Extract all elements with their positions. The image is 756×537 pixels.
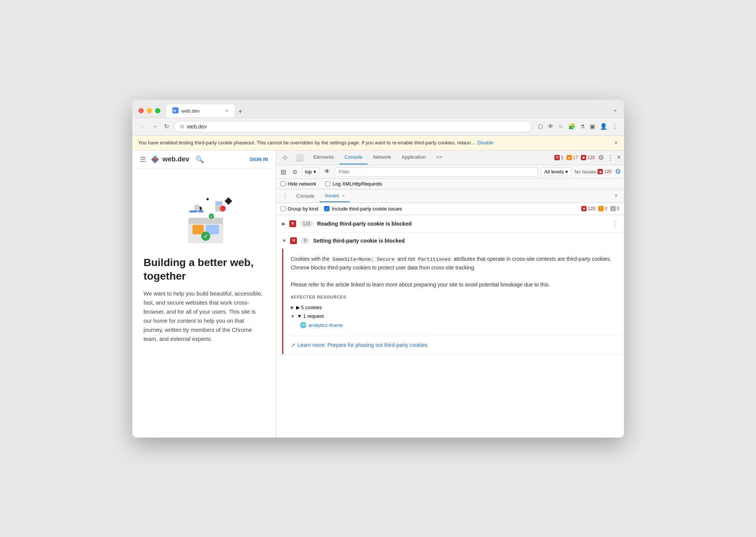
main-area: ☰ web.dev 🔍 SIGN IN [132,150,624,438]
issue-count-reading: 115 [300,220,314,227]
website-panel: ☰ web.dev 🔍 SIGN IN [132,150,276,438]
issues-tab-close-icon[interactable]: × [342,193,345,198]
traffic-lights [138,108,160,113]
issue-expand-icon-2[interactable]: ▼ [282,238,287,243]
site-logo-text: web.dev [163,155,189,163]
include-third-party-label[interactable]: ✓ Include third-party cookie issues [324,206,402,212]
include-third-party-checked-icon: ✓ [324,206,329,211]
issue-row-reading[interactable]: ▶ ✕ 115 Reading third-party cookie is bl… [276,215,624,233]
console-settings-icon[interactable]: ⚙ [615,167,621,176]
minimize-window-button[interactable] [147,108,152,113]
frame-label: top [305,169,312,175]
site-signin-button[interactable]: SIGN IN [250,156,268,162]
tab-favicon-icon: w [172,107,179,115]
filter-input[interactable] [335,167,538,176]
info-bar-link[interactable]: Disable [477,140,494,145]
no-issues-badge: No Issues ■ 120 [574,169,612,175]
back-button[interactable]: ← [138,122,147,132]
tab-issues[interactable]: Issues × [320,190,350,202]
tab-console[interactable]: Console [339,150,368,164]
ar-cookies-expand-icon[interactable]: ▶ [291,305,294,310]
chevron-down-icon: ⌄ [612,105,618,113]
browser-tab[interactable]: w web.dev × [166,104,234,118]
svg-point-18 [222,207,225,209]
sidebar-toggle-icon[interactable]: ▤ [279,167,288,177]
devtools-settings-icon[interactable]: ⚙ [598,153,604,162]
learn-more-section: ↗ Learn more: Prepare for phasing out th… [283,336,624,354]
tab-network[interactable]: Network [368,150,396,164]
info-bar-close-button[interactable]: × [614,139,618,146]
frame-selector[interactable]: top ▾ [302,167,320,176]
svg-rect-24 [189,210,197,212]
ar-request-expand-icon[interactable]: ▼ [291,314,295,319]
tab-more[interactable]: >> [431,150,447,164]
new-tab-button[interactable]: + [235,106,246,118]
address-scheme-icon: ⊙ [180,124,184,129]
issue-header-reading: ▶ ✕ 115 Reading third-party cookie is bl… [276,215,624,232]
reload-button[interactable]: ↻ [163,121,171,132]
devtools-close-button[interactable]: × [617,153,621,161]
split-icon[interactable]: ▣ [590,123,595,130]
hide-network-checkbox[interactable] [281,181,286,186]
cast-icon[interactable]: ⬡ [538,123,543,130]
maximize-window-button[interactable] [155,108,160,113]
issue-expanded-setting: Cookies with the SameSite=None; Secure a… [282,249,624,354]
affected-resources-title: AFFECTED RESOURCES [291,295,616,299]
svg-rect-14 [216,202,222,205]
group-by-kind-label[interactable]: Group by kind [281,206,318,212]
hide-network-checkbox-label[interactable]: Hide network [281,181,317,187]
group-by-kind-checkbox[interactable] [281,206,286,211]
levels-selector[interactable]: All levels ▾ [541,167,571,176]
log-xhr-checkbox[interactable] [325,181,330,186]
site-heading: Building a better web, together [144,256,264,283]
tab-bar-end: ⌄ [612,105,618,116]
ar-request-link[interactable]: 🌐 analytics-iframe [291,320,616,330]
issues-warning-badge: ! 0 [598,206,607,211]
clear-console-icon[interactable]: ⊘ [291,167,299,177]
issue-header-setting[interactable]: ▼ ✕ 5 Setting third-party cookie is bloc… [276,233,624,249]
hamburger-menu-icon[interactable]: ☰ [140,155,146,164]
ar-request-item[interactable]: ▼ ▼ 1 request [291,312,616,320]
issue-count-setting: 5 [301,237,309,244]
close-window-button[interactable] [138,108,144,113]
devtools-icon[interactable]: ⚗ [580,124,585,130]
learn-more-link[interactable]: ↗ Learn more: Prepare for phasing out th… [291,342,616,348]
tab-application[interactable]: Application [396,150,431,164]
devtools-more-icon[interactable]: ⋮ [607,153,614,162]
warning-badge[interactable]: ▲ 17 [567,155,578,160]
forward-button[interactable]: → [151,122,160,132]
tab-console-inner[interactable]: Console [291,190,320,202]
include-third-party-text: Include third-party cookie issues [332,206,402,212]
info-badge[interactable]: ■ 120 [581,155,595,160]
frame-dropdown-icon: ▾ [314,169,316,175]
devtools-panel: ⊹ ⬜ Elements Console Network Application [276,150,624,438]
external-link-icon: ↗ [291,342,295,348]
menu-icon[interactable]: ⋮ [612,123,618,130]
inner-close-button[interactable]: × [611,189,621,202]
tab-elements[interactable]: Elements [308,150,339,164]
profile-icon[interactable]: 👤 [600,123,607,130]
hide-icon[interactable]: 👁 [548,123,554,130]
levels-dropdown-icon: ▾ [565,169,568,175]
site-search-icon[interactable]: 🔍 [196,155,204,164]
svg-rect-25 [198,210,203,212]
ar-cookies-text: ▶ 5 cookies [296,305,322,310]
svg-marker-22 [225,197,232,205]
error-badge[interactable]: ✕ 1 [554,155,564,160]
info-bar: You have enabled testing third-party coo… [132,136,624,150]
address-input[interactable]: ⊙ web.dev [174,121,532,132]
log-xhr-checkbox-label[interactable]: Log XMLHttpRequests [325,181,382,187]
issue-expand-icon[interactable]: ▶ [282,221,286,226]
live-expressions-icon[interactable]: 👁 [323,167,332,176]
device-toggle-icon[interactable]: ⬜ [292,150,307,165]
browser-window: w web.dev × + ⌄ ← → ↻ ⊙ web.dev ⬡ 👁 ☆ 🧩 … [132,100,624,438]
inspect-element-icon[interactable]: ⊹ [279,150,291,165]
ar-cookies-item[interactable]: ▶ ▶ 5 cookies [291,303,616,312]
tab-close-button[interactable]: × [225,108,228,114]
issue-more-icon[interactable]: ⋮ [611,220,618,228]
star-icon[interactable]: ☆ [558,123,564,130]
svg-point-5 [154,157,156,159]
address-text: web.dev [187,124,207,130]
extension-icon[interactable]: 🧩 [568,123,576,130]
inner-tab-menu-icon[interactable]: ⋮ [279,189,291,203]
